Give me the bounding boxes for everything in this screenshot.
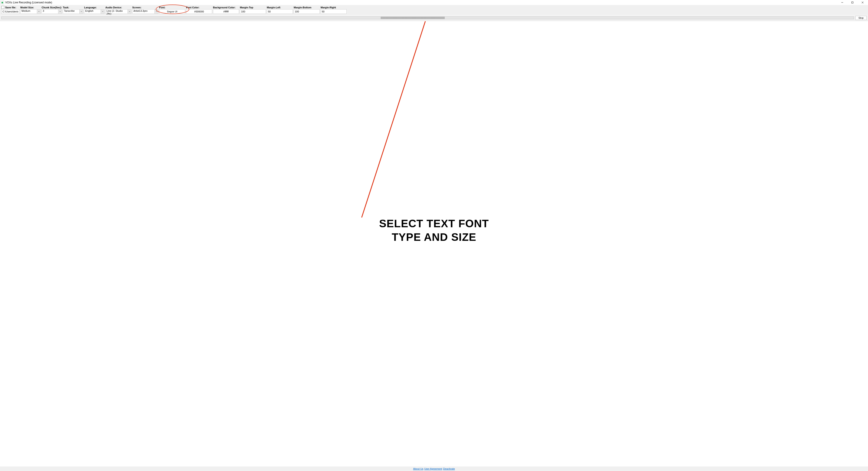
footer: About Us User Agreement Deactivate bbox=[0, 467, 868, 471]
svg-rect-1 bbox=[851, 2, 853, 3]
margin-top-input[interactable] bbox=[240, 9, 266, 14]
font-label: Font: bbox=[159, 6, 185, 9]
model-size-select[interactable]: Medium bbox=[20, 9, 41, 14]
stop-button-label: Stop bbox=[859, 17, 864, 19]
language-select[interactable]: English bbox=[84, 9, 104, 14]
minimize-icon bbox=[841, 1, 843, 4]
audio-device-select[interactable]: Line (2- Studio 24c) bbox=[105, 9, 131, 14]
font-input[interactable] bbox=[159, 9, 185, 14]
margin-top-label: Margin-Top bbox=[240, 6, 266, 9]
titlebar: ▣ VOXs Live Recording (Licensed mode) bbox=[0, 0, 868, 5]
margin-bottom-label: Margin-Bottom bbox=[294, 6, 320, 9]
maximize-button[interactable] bbox=[847, 0, 857, 5]
user-agreement-link[interactable]: User Agreement bbox=[424, 467, 442, 470]
font-color-label: Font Color: bbox=[186, 6, 212, 9]
margin-left-input[interactable] bbox=[267, 9, 293, 14]
preview-area: SELECT TEXT FONT TYPE AND SIZE bbox=[0, 21, 868, 467]
chunk-size-select[interactable]: 3 bbox=[41, 9, 62, 14]
progress-indicator bbox=[381, 17, 445, 19]
audio-device-value: Line (2- Studio 24c) bbox=[105, 9, 127, 13]
font-color-input[interactable] bbox=[186, 9, 212, 14]
model-size-value: Medium bbox=[21, 9, 37, 13]
app-icon: ▣ bbox=[0, 1, 4, 4]
save-file-label: Save file: bbox=[1, 6, 20, 9]
margin-left-label: Margin-Left bbox=[267, 6, 293, 9]
progress-bar bbox=[1, 17, 854, 19]
model-size-label: Model Size: bbox=[20, 6, 41, 9]
chunk-size-label: Chunk Size(Sec): bbox=[41, 6, 62, 9]
save-file-checkbox[interactable] bbox=[1, 6, 4, 9]
chunk-size-value: 3 bbox=[42, 9, 58, 13]
save-file-input[interactable] bbox=[1, 9, 20, 14]
stop-button[interactable]: Stop bbox=[855, 16, 867, 20]
bg-color-input[interactable] bbox=[213, 9, 239, 14]
task-select[interactable]: Tanscribe bbox=[63, 9, 83, 14]
task-label: Task: bbox=[63, 6, 83, 9]
language-label: Language: bbox=[84, 6, 104, 9]
chevron-down-icon[interactable] bbox=[101, 9, 104, 13]
window-title: VOXs Live Recording (Licensed mode) bbox=[5, 1, 52, 4]
margin-right-input[interactable] bbox=[320, 9, 347, 14]
language-value: English bbox=[84, 9, 101, 13]
chevron-down-icon[interactable] bbox=[58, 9, 62, 13]
save-file-label-text: Save file: bbox=[5, 6, 16, 9]
screen-select[interactable]: Artist13.3pro bbox=[132, 9, 158, 14]
margin-right-label: Margin-Right bbox=[320, 6, 347, 9]
chevron-down-icon[interactable] bbox=[127, 9, 131, 13]
screen-value: Artist13.3pro bbox=[132, 9, 154, 13]
about-link[interactable]: About Us bbox=[413, 467, 423, 470]
minimize-button[interactable] bbox=[837, 0, 847, 5]
settings-toolbar: Save file: Model Size: Medium Chunk Size… bbox=[0, 5, 868, 15]
svg-line-5 bbox=[362, 21, 426, 218]
annotation-text: SELECT TEXT FONT TYPE AND SIZE bbox=[379, 217, 489, 244]
run-bar: Stop bbox=[0, 15, 868, 21]
chevron-down-icon[interactable] bbox=[154, 9, 158, 13]
chevron-down-icon[interactable] bbox=[37, 9, 40, 13]
deactivate-link[interactable]: Deactivate bbox=[443, 467, 455, 470]
screen-label: Screen: bbox=[132, 6, 158, 9]
close-icon bbox=[862, 1, 864, 4]
margin-bottom-input[interactable] bbox=[294, 9, 320, 14]
maximize-icon bbox=[851, 1, 854, 4]
audio-device-label: Audio Device: bbox=[105, 6, 131, 9]
bg-color-label: Background Color: bbox=[213, 6, 239, 9]
task-value: Tanscribe bbox=[63, 9, 80, 13]
close-button[interactable] bbox=[857, 0, 868, 5]
chevron-down-icon[interactable] bbox=[80, 9, 83, 13]
